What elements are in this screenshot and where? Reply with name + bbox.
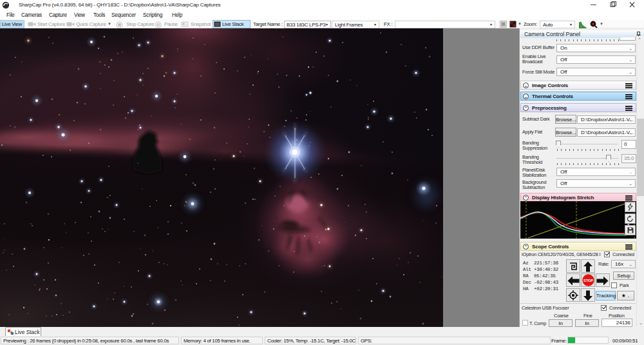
svg-text:STOP: STOP <box>583 279 593 282</box>
